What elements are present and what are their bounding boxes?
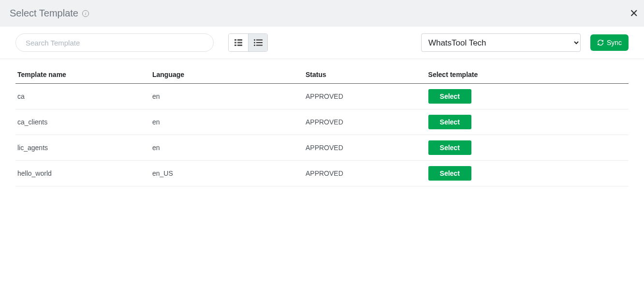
- svg-rect-2: [234, 42, 236, 44]
- svg-point-8: [254, 42, 255, 44]
- search-input[interactable]: [15, 33, 214, 52]
- svg-rect-11: [256, 45, 263, 46]
- table-row: hello_worlden_USAPPROVEDSelect: [15, 161, 629, 186]
- cell-select: Select: [426, 161, 629, 186]
- cell-template-name: hello_world: [15, 161, 150, 186]
- sync-button[interactable]: Sync: [590, 34, 629, 51]
- table-row: ca_clientsenAPPROVEDSelect: [15, 109, 629, 135]
- select-button[interactable]: Select: [428, 166, 471, 181]
- svg-point-10: [254, 45, 255, 46]
- select-button[interactable]: Select: [428, 140, 471, 155]
- svg-point-6: [254, 39, 255, 41]
- sync-icon: [597, 39, 604, 46]
- col-select: Select template: [426, 64, 629, 84]
- content-area: Template name Language Status Select tem…: [0, 59, 644, 191]
- select-button[interactable]: Select: [428, 89, 471, 104]
- sync-label: Sync: [607, 39, 622, 46]
- close-icon: ✕: [629, 7, 638, 19]
- page-title-text: Select Template: [10, 8, 78, 19]
- svg-rect-7: [256, 40, 263, 41]
- svg-rect-9: [256, 42, 263, 43]
- page-title: Select Template i: [10, 8, 89, 19]
- cell-language: en: [150, 84, 304, 109]
- cell-template-name: ca_clients: [15, 109, 150, 135]
- col-status: Status: [304, 64, 426, 84]
- cell-select: Select: [426, 109, 629, 135]
- cell-select: Select: [426, 135, 629, 161]
- grid-icon: [234, 39, 242, 46]
- svg-rect-5: [237, 45, 242, 46]
- col-language: Language: [150, 64, 304, 84]
- cell-language: en_US: [150, 161, 304, 186]
- toolbar: WhatsTool Tech Sync: [0, 27, 644, 59]
- cell-status: APPROVED: [304, 84, 426, 109]
- view-toggle: [228, 33, 268, 52]
- account-dropdown[interactable]: WhatsTool Tech: [421, 33, 581, 52]
- svg-rect-4: [234, 45, 236, 46]
- info-icon[interactable]: i: [82, 10, 89, 17]
- list-view-button[interactable]: [248, 34, 267, 51]
- close-button[interactable]: ✕: [629, 8, 638, 19]
- cell-status: APPROVED: [304, 161, 426, 186]
- svg-rect-1: [237, 39, 242, 41]
- svg-rect-3: [237, 42, 242, 44]
- svg-rect-0: [234, 39, 236, 41]
- table-header-row: Template name Language Status Select tem…: [15, 64, 629, 84]
- cell-select: Select: [426, 84, 629, 109]
- templates-table: Template name Language Status Select tem…: [15, 64, 629, 186]
- grid-view-button[interactable]: [229, 34, 248, 51]
- cell-language: en: [150, 135, 304, 161]
- cell-status: APPROVED: [304, 109, 426, 135]
- list-icon: [254, 39, 263, 46]
- cell-status: APPROVED: [304, 135, 426, 161]
- cell-template-name: ca: [15, 84, 150, 109]
- table-row: caenAPPROVEDSelect: [15, 84, 629, 109]
- cell-language: en: [150, 109, 304, 135]
- select-button[interactable]: Select: [428, 115, 471, 129]
- table-row: lic_agentsenAPPROVEDSelect: [15, 135, 629, 161]
- col-template-name: Template name: [15, 64, 150, 84]
- cell-template-name: lic_agents: [15, 135, 150, 161]
- modal-header: Select Template i ✕: [0, 0, 644, 27]
